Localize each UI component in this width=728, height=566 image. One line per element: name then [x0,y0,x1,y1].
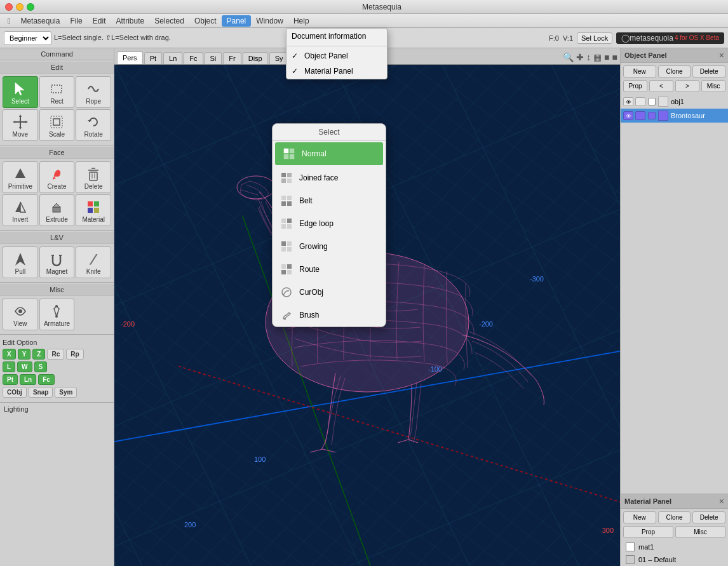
menu-file[interactable]: File [65,15,87,27]
mat-item-mat1[interactable]: mat1 [621,541,728,553]
window-controls[interactable] [5,3,34,11]
search-icon[interactable]: 🔍 [563,52,574,62]
menu-object[interactable]: Object [189,15,222,27]
mat-clone-btn[interactable]: Clone [658,511,691,523]
obj1-lock-icon[interactable] [635,97,645,106]
mat-delete-btn[interactable]: Delete [692,511,725,523]
y-axis-btn[interactable]: Y [18,349,31,360]
submenu-curobj[interactable]: CurObj [273,281,386,304]
menu-metasequia[interactable]: Metasequia [15,15,65,27]
arrows-icon[interactable]: ↕ [586,52,591,62]
misc-section: Misc View Armature [0,283,114,335]
s-btn[interactable]: S [34,361,48,372]
move-tool[interactable]: Move [3,109,38,141]
ln-btn[interactable]: Ln [20,374,36,385]
extrude-tool[interactable]: Extrude [39,194,75,226]
z-axis-btn[interactable]: Z [32,349,45,360]
invert-label: Invert [12,216,28,223]
brontosaur-eye-icon[interactable]: 👁 [623,111,633,120]
rope-tool[interactable]: Rope [76,76,111,108]
svg-rect-42 [290,154,294,159]
obj-item-brontosaur[interactable]: 👁 Brontosaur [621,109,728,123]
menu-panel[interactable]: Panel [222,15,252,27]
grid-icon[interactable]: ▦ [593,52,602,62]
pt-btn[interactable]: Pt [3,374,18,385]
panel-menu-material[interactable]: Material Panel [286,64,387,79]
tab-fc[interactable]: Fc [184,52,203,64]
menu-window[interactable]: Window [251,15,288,27]
panel-menu-doc-info[interactable]: Document information [286,29,387,44]
knife-tool[interactable]: Knife [76,246,111,278]
obj1-checkbox[interactable] [648,98,656,105]
rc-btn[interactable]: Rc [47,349,64,360]
tab-ln[interactable]: Ln [163,52,182,64]
magnet-tool[interactable]: Magnet [39,246,75,278]
obj-item-obj1[interactable]: 👁 obj1 [621,95,728,109]
obj-new-btn[interactable]: New [623,65,656,77]
tab-pt[interactable]: Pt [144,52,162,64]
rect-tool[interactable]: Rect [39,76,75,108]
panel-menu-object[interactable]: Object Panel [286,48,387,64]
primitive-tool[interactable]: Primitive [3,161,38,193]
rotate-tool[interactable]: Rotate [76,109,111,141]
color-icon[interactable]: ■ [604,52,609,62]
minimize-button[interactable] [16,3,24,11]
view-tool[interactable]: View [3,299,38,330]
obj-less-btn[interactable]: < [649,80,673,92]
material-panel-close[interactable]: × [719,496,724,506]
submenu-route[interactable]: Route [273,258,386,281]
invert-tool[interactable]: Invert [3,194,38,226]
menu-edit[interactable]: Edit [88,15,111,27]
tab-pers[interactable]: Pers [117,51,143,64]
tab-fr[interactable]: Fr [223,52,241,64]
tab-si[interactable]: Si [205,52,222,64]
cobj-btn[interactable]: CObj [3,387,27,398]
obj-prop-btn[interactable]: Prop [623,80,647,92]
mat-item-default[interactable]: 01 – Default [621,553,728,566]
obj-clone-btn[interactable]: Clone [658,65,691,77]
x-axis-btn[interactable]: X [3,349,16,360]
menu-selected[interactable]: Selected [149,15,189,27]
select-tool[interactable]: Select [3,76,38,108]
brontosaur-checkbox[interactable] [648,112,656,119]
snap-btn[interactable]: Snap [29,387,53,398]
armature-tool[interactable]: Armature [39,299,75,330]
obj-misc-btn[interactable]: Misc [701,80,725,92]
w-btn[interactable]: W [17,361,32,372]
viewport[interactable]: -300 -200 -100 100 200 300 -200 Select N… [114,65,620,566]
sym-btn[interactable]: Sym [55,387,77,398]
submenu-growing[interactable]: Growing [273,235,386,258]
crosshair-icon[interactable]: ✚ [576,52,584,62]
scale-tool[interactable]: Scale [39,109,75,141]
menu-attribute[interactable]: Attribute [111,15,149,27]
mode-select[interactable]: Beginner Standard Expert [4,31,51,45]
obj1-eye-icon[interactable]: 👁 [623,97,633,106]
submenu-brush[interactable]: Brush [273,304,386,327]
object-panel-close[interactable]: × [719,50,724,60]
rp-btn[interactable]: Rp [66,349,83,360]
submenu-joined-face[interactable]: Joined face [273,166,386,189]
pull-tool[interactable]: Pull [3,246,38,278]
menu-help[interactable]: Help [288,15,314,27]
mat-new-btn[interactable]: New [623,511,656,523]
obj-delete-btn[interactable]: Delete [692,65,725,77]
submenu-edge-loop[interactable]: Edge loop [273,212,386,235]
create-tool[interactable]: Create [39,161,75,193]
delete-tool[interactable]: Delete [76,161,111,193]
fc-btn[interactable]: Fc [38,374,55,385]
obj-greater-btn[interactable]: > [675,80,699,92]
material-tool[interactable]: Material [76,194,111,226]
menu-apple[interactable]:  [3,15,15,27]
l-btn[interactable]: L [3,361,15,372]
mat-misc-btn[interactable]: Misc [675,526,725,538]
mat-prop-btn[interactable]: Prop [623,526,673,538]
palette-icon[interactable]: ■ [612,52,617,62]
tab-disp[interactable]: Disp [243,52,268,64]
sel-lock-button[interactable]: Sel Lock [577,32,612,44]
submenu-belt[interactable]: Belt [273,189,386,212]
submenu-normal[interactable]: Normal [275,142,383,165]
close-button[interactable] [5,3,13,11]
brontosaur-lock-icon[interactable] [635,111,645,120]
svg-rect-50 [287,201,292,206]
maximize-button[interactable] [27,3,34,11]
